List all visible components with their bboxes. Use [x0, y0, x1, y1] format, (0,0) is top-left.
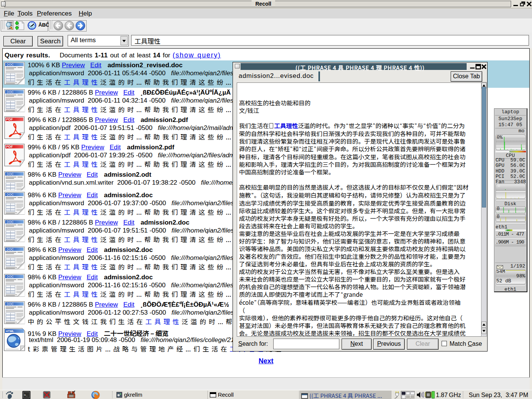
svg-text:DOC: DOC — [6, 302, 14, 306]
svg-text:DOC: DOC — [6, 193, 14, 196]
svg-text:>_: >_ — [24, 393, 28, 397]
svg-text:DOC: DOC — [6, 63, 14, 66]
svg-text:DOC: DOC — [6, 172, 14, 176]
svg-text:DOC: DOC — [6, 220, 14, 224]
svg-text:PDF: PDF — [6, 117, 13, 121]
svg-text:PDF: PDF — [6, 145, 13, 149]
svg-text:DOC: DOC — [6, 247, 14, 251]
svg-text:HTML: HTML — [6, 329, 14, 333]
svg-text:DOC: DOC — [6, 275, 14, 279]
svg-text:DOC: DOC — [6, 90, 14, 94]
